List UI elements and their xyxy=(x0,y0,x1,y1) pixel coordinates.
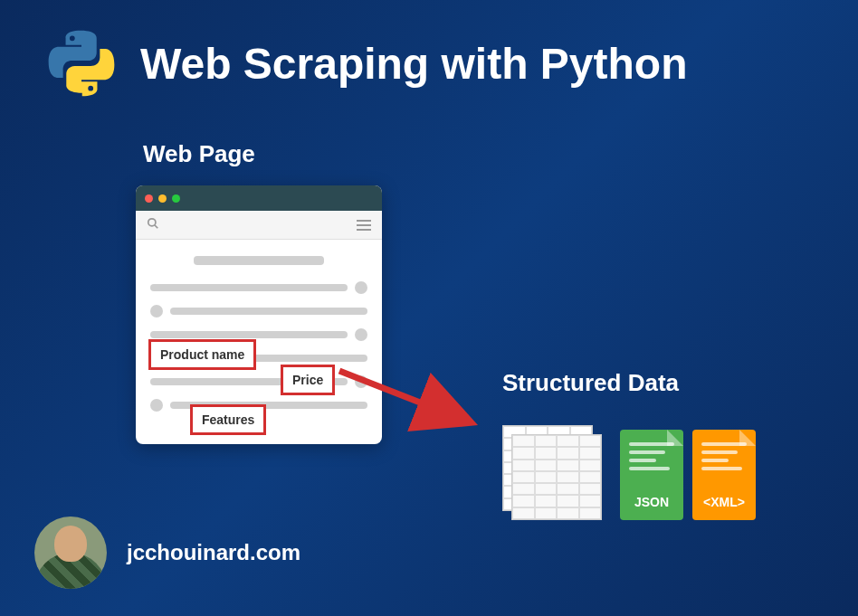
arrow-icon xyxy=(335,362,480,434)
site-url: jcchouinard.com xyxy=(127,540,300,565)
window-max-dot-icon xyxy=(172,194,180,203)
webpage-label: Web Page xyxy=(143,140,255,168)
highlight-product-name: Product name xyxy=(148,339,256,370)
spreadsheet-icon xyxy=(502,425,611,520)
highlight-features: Features xyxy=(190,404,266,435)
window-close-dot-icon xyxy=(145,194,153,203)
content-placeholder-bar xyxy=(150,331,348,338)
json-file-icon: JSON xyxy=(620,430,683,520)
content-placeholder-dot xyxy=(355,281,367,294)
content-placeholder-bar xyxy=(194,256,324,265)
svg-point-0 xyxy=(148,219,156,226)
python-logo-icon xyxy=(45,27,118,100)
structured-data-label: Structured Data xyxy=(502,369,679,397)
browser-toolbar xyxy=(136,211,382,240)
file-icons-group: JSON <XML> xyxy=(502,425,756,520)
highlight-price: Price xyxy=(281,365,335,395)
xml-file-label: <XML> xyxy=(703,495,745,509)
json-file-label: JSON xyxy=(634,495,669,509)
header: Web Scraping with Python xyxy=(0,0,858,118)
content-placeholder-bar xyxy=(170,308,367,315)
window-min-dot-icon xyxy=(158,194,167,203)
search-icon xyxy=(147,217,159,232)
content-placeholder-dot xyxy=(150,399,163,412)
content-placeholder-dot xyxy=(355,328,367,341)
content-placeholder-bar xyxy=(150,284,348,291)
author-avatar xyxy=(34,516,107,589)
footer: jcchouinard.com xyxy=(34,516,300,589)
svg-line-2 xyxy=(339,371,466,421)
page-title: Web Scraping with Python xyxy=(140,39,687,89)
svg-line-1 xyxy=(155,225,158,229)
browser-titlebar xyxy=(136,185,382,211)
hamburger-menu-icon xyxy=(357,220,371,231)
content-placeholder-dot xyxy=(150,305,163,317)
xml-file-icon: <XML> xyxy=(692,430,756,520)
